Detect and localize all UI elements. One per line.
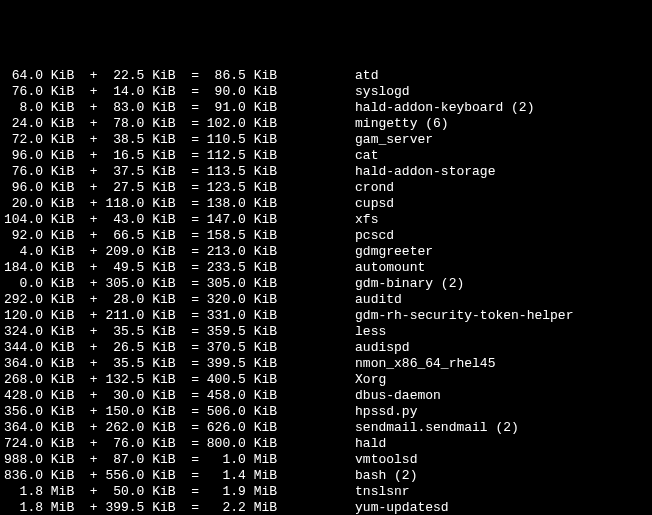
private-mem-value: 120.0 xyxy=(4,308,43,324)
equals-symbol: = xyxy=(183,436,206,452)
total-mem-unit: KiB xyxy=(254,116,285,132)
shared-mem-value: 132.5 xyxy=(105,372,144,388)
private-mem-value: 356.0 xyxy=(4,404,43,420)
total-mem-unit: KiB xyxy=(254,292,285,308)
plus-symbol: + xyxy=(82,388,105,404)
private-mem-value: 24.0 xyxy=(4,116,43,132)
shared-mem-value: 37.5 xyxy=(105,164,144,180)
shared-mem-value: 30.0 xyxy=(105,388,144,404)
program-name: pcscd xyxy=(355,228,394,244)
total-mem-unit: MiB xyxy=(254,500,285,515)
program-name: xfs xyxy=(355,212,378,228)
program-name: hald xyxy=(355,436,386,452)
shared-mem-value: 150.0 xyxy=(105,404,144,420)
shared-mem-value: 27.5 xyxy=(105,180,144,196)
shared-mem-value: 28.0 xyxy=(105,292,144,308)
shared-mem-value: 262.0 xyxy=(105,420,144,436)
total-mem-unit: KiB xyxy=(254,436,285,452)
program-name: hald-addon-keyboard (2) xyxy=(355,100,534,116)
equals-symbol: = xyxy=(183,372,206,388)
process-row: 836.0 KiB+556.0 KiB=1.4 MiBbash (2) xyxy=(4,468,652,484)
equals-symbol: = xyxy=(183,484,206,500)
plus-symbol: + xyxy=(82,84,105,100)
shared-mem-value: 209.0 xyxy=(105,244,144,260)
plus-symbol: + xyxy=(82,148,105,164)
total-mem-unit: KiB xyxy=(254,196,285,212)
total-mem-value: 400.5 xyxy=(207,372,246,388)
plus-symbol: + xyxy=(82,228,105,244)
shared-mem-unit: KiB xyxy=(152,244,183,260)
plus-symbol: + xyxy=(82,68,105,84)
equals-symbol: = xyxy=(183,244,206,260)
private-mem-value: 292.0 xyxy=(4,292,43,308)
private-mem-value: 0.0 xyxy=(4,276,43,292)
total-mem-value: 359.5 xyxy=(207,324,246,340)
memory-usage-listing: 64.0 KiB+22.5 KiB=86.5 KiBatd76.0 KiB+14… xyxy=(4,68,652,515)
plus-symbol: + xyxy=(82,180,105,196)
shared-mem-unit: KiB xyxy=(152,180,183,196)
equals-symbol: = xyxy=(183,164,206,180)
private-mem-unit: KiB xyxy=(51,100,82,116)
private-mem-unit: KiB xyxy=(51,180,82,196)
shared-mem-unit: KiB xyxy=(152,84,183,100)
total-mem-unit: KiB xyxy=(254,164,285,180)
plus-symbol: + xyxy=(82,324,105,340)
total-mem-unit: MiB xyxy=(254,468,285,484)
shared-mem-unit: KiB xyxy=(152,164,183,180)
total-mem-unit: KiB xyxy=(254,212,285,228)
total-mem-value: 233.5 xyxy=(207,260,246,276)
plus-symbol: + xyxy=(82,260,105,276)
private-mem-value: 20.0 xyxy=(4,196,43,212)
total-mem-unit: KiB xyxy=(254,68,285,84)
total-mem-unit: KiB xyxy=(254,340,285,356)
private-mem-unit: KiB xyxy=(51,356,82,372)
equals-symbol: = xyxy=(183,308,206,324)
private-mem-unit: KiB xyxy=(51,436,82,452)
program-name: bash (2) xyxy=(355,468,417,484)
shared-mem-unit: KiB xyxy=(152,276,183,292)
private-mem-unit: KiB xyxy=(51,244,82,260)
process-row: 72.0 KiB+38.5 KiB=110.5 KiBgam_server xyxy=(4,132,652,148)
private-mem-value: 988.0 xyxy=(4,452,43,468)
total-mem-value: 90.0 xyxy=(207,84,246,100)
process-row: 20.0 KiB+118.0 KiB=138.0 KiBcupsd xyxy=(4,196,652,212)
equals-symbol: = xyxy=(183,276,206,292)
process-row: 4.0 KiB+209.0 KiB=213.0 KiBgdmgreeter xyxy=(4,244,652,260)
program-name: less xyxy=(355,324,386,340)
private-mem-unit: KiB xyxy=(51,84,82,100)
total-mem-value: 102.0 xyxy=(207,116,246,132)
total-mem-unit: KiB xyxy=(254,388,285,404)
process-row: 0.0 KiB+305.0 KiB=305.0 KiBgdm-binary (2… xyxy=(4,276,652,292)
shared-mem-value: 305.0 xyxy=(105,276,144,292)
shared-mem-value: 35.5 xyxy=(105,324,144,340)
equals-symbol: = xyxy=(183,356,206,372)
private-mem-value: 428.0 xyxy=(4,388,43,404)
private-mem-value: 72.0 xyxy=(4,132,43,148)
total-mem-value: 370.5 xyxy=(207,340,246,356)
program-name: gdmgreeter xyxy=(355,244,433,260)
total-mem-value: 147.0 xyxy=(207,212,246,228)
private-mem-unit: KiB xyxy=(51,308,82,324)
private-mem-unit: KiB xyxy=(51,452,82,468)
shared-mem-unit: KiB xyxy=(152,452,183,468)
total-mem-value: 331.0 xyxy=(207,308,246,324)
shared-mem-unit: KiB xyxy=(152,372,183,388)
program-name: hald-addon-storage xyxy=(355,164,495,180)
shared-mem-unit: KiB xyxy=(152,116,183,132)
private-mem-value: 724.0 xyxy=(4,436,43,452)
plus-symbol: + xyxy=(82,292,105,308)
private-mem-value: 4.0 xyxy=(4,244,43,260)
shared-mem-value: 66.5 xyxy=(105,228,144,244)
equals-symbol: = xyxy=(183,132,206,148)
shared-mem-unit: KiB xyxy=(152,228,183,244)
private-mem-unit: KiB xyxy=(51,420,82,436)
process-row: 120.0 KiB+211.0 KiB=331.0 KiBgdm-rh-secu… xyxy=(4,308,652,324)
equals-symbol: = xyxy=(183,404,206,420)
shared-mem-value: 87.0 xyxy=(105,452,144,468)
private-mem-value: 344.0 xyxy=(4,340,43,356)
process-row: 1.8 MiB+50.0 KiB=1.9 MiBtnslsnr xyxy=(4,484,652,500)
shared-mem-value: 50.0 xyxy=(105,484,144,500)
equals-symbol: = xyxy=(183,180,206,196)
process-row: 344.0 KiB+26.5 KiB=370.5 KiBaudispd xyxy=(4,340,652,356)
plus-symbol: + xyxy=(82,356,105,372)
